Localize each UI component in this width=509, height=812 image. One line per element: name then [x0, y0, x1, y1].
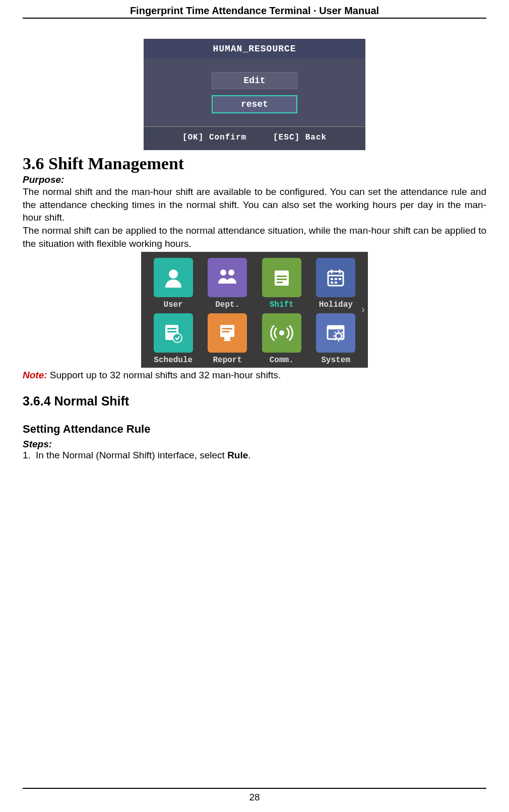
chevron-right-icon[interactable]: › — [361, 303, 365, 316]
menu-item-user[interactable]: User — [150, 258, 197, 309]
menu-grid: User Dept. Shift Holiday — [150, 258, 359, 365]
device1-edit-button[interactable]: Edit — [212, 72, 297, 89]
page-number: 28 — [0, 792, 509, 803]
svg-rect-23 — [224, 337, 230, 339]
svg-rect-21 — [222, 328, 232, 329]
menu-item-report[interactable]: Report — [205, 313, 251, 365]
purpose-paragraph-2: The normal shift can be applied to the n… — [23, 224, 486, 250]
svg-rect-17 — [167, 328, 176, 329]
report-icon — [208, 313, 247, 353]
device-screenshot-menu: › User Dept. Shift — [141, 252, 368, 368]
menu-item-schedule[interactable]: Schedule — [150, 313, 197, 365]
menu-label: System — [321, 356, 350, 365]
menu-item-system[interactable]: System — [313, 313, 359, 365]
menu-label: Holiday — [319, 300, 353, 309]
svg-point-27 — [336, 333, 342, 339]
dept-icon — [208, 258, 247, 297]
svg-point-24 — [279, 330, 284, 335]
menu-item-comm[interactable]: Comm. — [259, 313, 305, 365]
page: Fingerprint Time Attendance Terminal · U… — [0, 0, 509, 812]
schedule-icon — [154, 313, 193, 353]
menu-label: Report — [213, 356, 242, 365]
svg-rect-13 — [339, 278, 341, 280]
svg-rect-15 — [335, 282, 337, 284]
svg-rect-14 — [331, 282, 333, 284]
subsection-heading-normal-shift: 3.6.4 Normal Shift — [23, 394, 486, 409]
purpose-label: Purpose: — [23, 174, 486, 185]
svg-rect-11 — [331, 278, 333, 280]
header-rule — [23, 18, 486, 19]
svg-rect-18 — [167, 331, 176, 332]
menu-label: Schedule — [154, 356, 193, 365]
user-icon — [154, 258, 193, 297]
system-icon — [316, 313, 355, 353]
device1-reset-button[interactable]: reset — [212, 95, 297, 113]
svg-rect-26 — [328, 326, 344, 329]
menu-item-holiday[interactable]: Holiday — [313, 258, 359, 309]
step-text-a: In the Normal (Normal Shift) interface, … — [36, 450, 227, 460]
step-1: 1.In the Normal (Normal Shift) interface… — [23, 450, 486, 461]
device1-footer: [OK] Confirm [ESC] Back — [144, 126, 365, 150]
svg-rect-5 — [277, 279, 287, 280]
steps-label: Steps: — [23, 439, 486, 450]
note-text: Support up to 32 normal shifts and 32 ma… — [47, 370, 281, 380]
svg-rect-4 — [277, 276, 287, 277]
device1-title: HUMAN_RESOURCE — [144, 39, 365, 59]
svg-rect-22 — [222, 331, 229, 332]
purpose-paragraph-1: The normal shift and the man-hour shift … — [23, 185, 486, 224]
device1-esc-hint: [ESC] Back — [273, 133, 327, 142]
note-label: Note: — [23, 370, 47, 380]
step-number: 1. — [23, 450, 36, 461]
footer-rule — [23, 788, 486, 789]
shift-icon — [262, 258, 301, 297]
menu-label: Comm. — [270, 356, 294, 365]
device1-ok-hint: [OK] Confirm — [182, 133, 246, 142]
note: Note: Support up to 32 normal shifts and… — [23, 370, 486, 381]
page-header-title: Fingerprint Time Attendance Terminal · U… — [23, 5, 486, 18]
svg-rect-3 — [275, 270, 289, 286]
step-text-c: . — [248, 450, 250, 460]
holiday-icon — [316, 258, 355, 297]
step-text-bold: Rule — [227, 450, 248, 460]
device-screenshot-human-resource: HUMAN_RESOURCE Edit reset [OK] Confirm [… — [144, 39, 365, 150]
menu-label: Shift — [270, 300, 294, 309]
svg-point-1 — [220, 269, 226, 276]
svg-point-0 — [169, 269, 178, 279]
svg-rect-6 — [277, 282, 283, 283]
menu-item-dept[interactable]: Dept. — [205, 258, 251, 309]
svg-rect-12 — [335, 278, 337, 280]
menu-label: User — [164, 300, 183, 309]
section-heading-shift-management: 3.6 Shift Management — [23, 154, 486, 173]
svg-point-2 — [228, 269, 234, 276]
comm-icon — [262, 313, 301, 353]
subsection-heading-setting-attendance-rule: Setting Attendance Rule — [23, 423, 486, 436]
menu-item-shift[interactable]: Shift — [259, 258, 305, 309]
menu-label: Dept. — [215, 300, 239, 309]
device1-body: Edit reset — [144, 59, 365, 126]
